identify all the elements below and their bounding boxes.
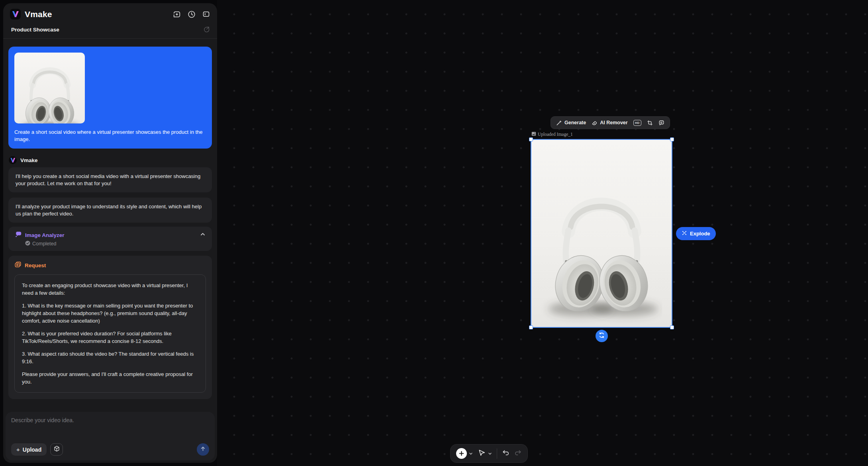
project-title: Product Showcase <box>11 27 59 33</box>
project-header: Product Showcase <box>3 23 217 39</box>
explode-icon <box>682 230 687 237</box>
comment-icon <box>658 120 664 126</box>
assistant-message: I'll analyze your product image to under… <box>8 198 212 223</box>
upload-button[interactable]: + Upload <box>11 443 47 456</box>
canvas-toolbar <box>450 444 528 463</box>
request-paragraph: 1. What is the key message or main selli… <box>22 302 198 325</box>
selection-handle-top-left[interactable] <box>529 137 533 141</box>
arrow-up-icon <box>200 446 206 453</box>
cube-icon <box>53 445 60 454</box>
image-icon <box>531 131 536 137</box>
cursor-icon <box>478 448 486 458</box>
request-paragraph: 2. What is your preferred video duration… <box>22 330 198 345</box>
analyzer-title: Image Analyzer <box>25 232 197 238</box>
plus-icon <box>456 448 467 459</box>
open-external-icon[interactable] <box>203 26 210 33</box>
selection-handle-bottom-right[interactable] <box>670 325 674 329</box>
chevron-up-icon[interactable] <box>200 231 206 239</box>
select-tool-button[interactable] <box>478 448 492 458</box>
analyzer-status-text: Completed <box>32 241 56 247</box>
new-chat-icon[interactable] <box>172 10 181 19</box>
hd-upscale-button[interactable]: HD <box>633 120 641 126</box>
layer-label[interactable]: Uploaded Image_1 <box>531 131 573 137</box>
eraser-icon <box>592 120 598 126</box>
selected-image[interactable] <box>531 139 672 328</box>
vmake-avatar <box>9 156 17 164</box>
chat-thread: Create a short social video where a virt… <box>3 39 217 409</box>
assistant-header: Vmake <box>8 156 212 164</box>
comment-button[interactable] <box>658 120 664 126</box>
uploaded-product-image[interactable] <box>531 140 672 327</box>
chevron-down-icon <box>488 452 492 456</box>
generate-label: Generate <box>564 120 586 125</box>
request-paragraph: To create an engaging product showcase v… <box>22 282 198 297</box>
undo-button[interactable] <box>502 449 509 458</box>
sidebar-header: Vmake <box>3 3 217 23</box>
add-element-button[interactable] <box>456 448 473 459</box>
assistant-name: Vmake <box>20 157 38 163</box>
undo-icon <box>502 449 509 458</box>
crop-button[interactable] <box>647 120 653 126</box>
upload-label: Upload <box>23 446 41 453</box>
crop-icon <box>647 120 653 126</box>
vmake-logo <box>10 9 21 20</box>
3d-asset-button[interactable] <box>50 443 63 456</box>
request-details: To create an engaging product showcase v… <box>14 274 206 393</box>
check-circle-icon <box>25 241 30 247</box>
request-title: Request <box>25 262 46 268</box>
send-button[interactable] <box>197 443 209 456</box>
composer: + Upload <box>6 412 215 460</box>
refresh-icon <box>598 332 605 340</box>
chevron-down-icon <box>469 452 473 456</box>
app-title: Vmake <box>25 10 172 19</box>
request-icon <box>14 261 22 270</box>
collapse-sidebar-icon[interactable] <box>202 10 210 18</box>
history-icon[interactable] <box>187 10 196 19</box>
uploaded-image-thumbnail[interactable] <box>14 53 85 123</box>
regenerate-button[interactable] <box>596 330 608 342</box>
sidebar: Vmake Product Showcase <box>3 3 217 463</box>
explode-button[interactable]: Explode <box>676 227 716 240</box>
explode-label: Explode <box>690 231 710 237</box>
selection-handle-top-right[interactable] <box>670 137 674 141</box>
request-card: Request To create an engaging product sh… <box>8 256 212 399</box>
user-prompt-text: Create a short social video where a virt… <box>14 129 206 143</box>
image-analyzer-card[interactable]: Image Analyzer Completed <box>8 227 212 251</box>
plus-icon: + <box>16 446 20 453</box>
redo-button[interactable] <box>514 449 522 458</box>
layer-label-text: Uploaded Image_1 <box>538 132 573 137</box>
request-paragraph: 3. What aspect ratio should the video be… <box>22 350 198 365</box>
selection-toolbar: Generate AI Remover HD <box>551 116 670 129</box>
chat-bubble-icon <box>15 231 22 239</box>
redo-icon <box>514 449 522 458</box>
generate-button[interactable]: Generate <box>556 120 586 126</box>
user-message-card[interactable]: Create a short social video where a virt… <box>8 47 212 149</box>
request-paragraph: Please provide your answers, and I'll cr… <box>22 370 198 386</box>
ai-remover-label: AI Remover <box>600 120 627 125</box>
magic-wand-icon <box>556 120 562 126</box>
app-window: Generate AI Remover HD Uploaded Image_1 <box>0 0 868 466</box>
toolbar-divider <box>497 448 497 459</box>
assistant-message: I'll help you create a short social medi… <box>8 167 212 192</box>
hd-icon: HD <box>633 120 641 126</box>
video-idea-input[interactable] <box>11 417 209 443</box>
selection-handle-bottom-left[interactable] <box>529 325 533 329</box>
ai-remover-button[interactable]: AI Remover <box>592 120 627 126</box>
